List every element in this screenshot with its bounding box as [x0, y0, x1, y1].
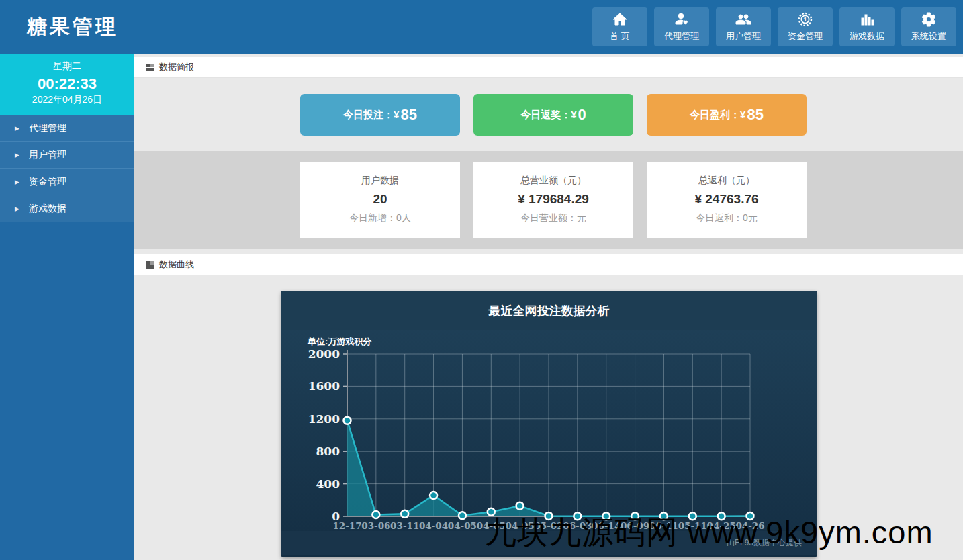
rebate-card: 总返利（元） ¥ 24763.76 今日返利：0元: [647, 162, 807, 238]
card-title: 总营业额（元）: [473, 175, 633, 187]
top-navbar: 糖果管理 首 页 代理管理 用户管理 1 资金管理 游戏数据: [0, 0, 963, 54]
svg-text:1: 1: [803, 15, 807, 23]
main-content: 数据简报 今日投注：¥ 85 今日返奖：¥ 0 今日盈利：¥ 85 用户数据 2…: [134, 54, 963, 560]
section-header-brief: 数据简报: [134, 57, 963, 78]
nav-funds-label: 资金管理: [788, 30, 823, 42]
clock-widget: 星期二 00:22:33 2022年04月26日: [0, 54, 134, 115]
chart-footer-text: 由EL93数据中心提供: [727, 537, 802, 549]
grid-icon: [146, 261, 154, 269]
svg-text:12-17: 12-17: [332, 520, 361, 531]
time-label: 00:22:33: [0, 75, 134, 93]
agent-icon: [674, 11, 690, 28]
user-data-card: 用户数据 20 今日新增：0人: [300, 162, 460, 238]
svg-text:04-05: 04-05: [506, 520, 535, 531]
svg-text:400: 400: [316, 477, 340, 491]
svg-text:06-03: 06-03: [563, 520, 592, 531]
card-subtext: 今日返利：0元: [647, 212, 807, 224]
app-title: 糖果管理: [27, 13, 118, 41]
svg-text:05-02: 05-02: [534, 520, 563, 531]
svg-text:05-11: 05-11: [678, 520, 707, 531]
chart-footer: 由EL93数据中心提供: [281, 531, 817, 555]
revenue-card: 总营业额（元） ¥ 179684.29 今日营业额：元: [473, 162, 633, 238]
users-icon: [735, 11, 751, 28]
today-payout-button[interactable]: 今日返奖：¥ 0: [473, 94, 633, 136]
card-subtext: 今日新增：0人: [300, 212, 460, 224]
svg-text:2000: 2000: [308, 347, 340, 361]
svg-text:800: 800: [316, 445, 340, 458]
sidebar-item-label: 资金管理: [29, 176, 66, 188]
caret-right-icon: ▶: [15, 125, 19, 132]
sidebar: 星期二 00:22:33 2022年04月26日 ▶ 代理管理 ▶ 用户管理 ▶…: [0, 54, 134, 560]
nav-users-label: 用户管理: [726, 30, 761, 42]
nav-funds-button[interactable]: 1 资金管理: [778, 7, 833, 46]
sidebar-item-funds[interactable]: ▶ 资金管理: [0, 169, 134, 195]
nav-settings-button[interactable]: 系统设置: [901, 7, 956, 46]
caret-right-icon: ▶: [15, 205, 19, 212]
svg-text:04-05: 04-05: [477, 520, 506, 531]
today-payout-label: 今日返奖：¥: [520, 109, 576, 122]
nav-home-label: 首 页: [610, 30, 630, 42]
caret-right-icon: ▶: [15, 152, 19, 158]
sidebar-item-label: 代理管理: [29, 122, 66, 134]
svg-text:06-09: 06-09: [621, 520, 649, 531]
card-title: 用户数据: [300, 175, 460, 187]
today-profit-value: 85: [747, 106, 763, 124]
weekday-label: 星期二: [0, 60, 134, 73]
chart-bars-icon: [859, 11, 875, 28]
nav-home-button[interactable]: 首 页: [592, 7, 647, 46]
section-title: 数据简报: [159, 61, 194, 73]
section-title: 数据曲线: [159, 259, 194, 271]
sidebar-item-label: 游戏数据: [29, 203, 66, 215]
funds-icon: 1: [797, 11, 813, 28]
grid-icon: [146, 64, 154, 71]
card-subtext: 今日营业额：元: [473, 212, 633, 224]
nav-agents-label: 代理管理: [664, 30, 699, 42]
card-value: ¥ 179684.29: [473, 192, 633, 207]
nav-agents-button[interactable]: 代理管理: [654, 7, 709, 46]
today-payout-value: 0: [578, 106, 586, 124]
home-icon: [612, 11, 628, 28]
svg-text:04-04: 04-04: [419, 520, 448, 531]
sidebar-item-label: 用户管理: [29, 149, 66, 161]
today-bets-label: 今日投注：¥: [343, 109, 399, 122]
section-header-curve: 数据曲线: [134, 254, 963, 275]
card-title: 总返利（元）: [647, 175, 807, 187]
svg-text:1200: 1200: [308, 412, 340, 426]
today-bets-button[interactable]: 今日投注：¥ 85: [300, 94, 460, 136]
nav-users-button[interactable]: 用户管理: [716, 7, 771, 46]
nav-gamedata-label: 游戏数据: [850, 30, 884, 42]
nav-settings-label: 系统设置: [911, 30, 946, 42]
svg-text:03-11: 03-11: [390, 520, 419, 531]
date-label: 2022年04月26日: [0, 94, 134, 106]
sidebar-item-users[interactable]: ▶ 用户管理: [0, 142, 134, 169]
svg-text:1600: 1600: [308, 379, 340, 393]
today-profit-label: 今日盈利：¥: [690, 109, 745, 122]
gear-icon: [921, 11, 937, 28]
today-profit-button[interactable]: 今日盈利：¥ 85: [647, 94, 807, 136]
today-bets-value: 85: [400, 106, 416, 124]
svg-text:06-11: 06-11: [649, 520, 678, 531]
svg-text:06-14: 06-14: [592, 520, 621, 531]
svg-text:04-26: 04-26: [735, 520, 764, 531]
card-value: 20: [300, 192, 460, 207]
nav-buttons: 首 页 代理管理 用户管理 1 资金管理 游戏数据 系统设置: [592, 7, 956, 46]
svg-text:04-25: 04-25: [707, 520, 736, 531]
sidebar-item-gamedata[interactable]: ▶ 游戏数据: [0, 195, 134, 222]
svg-text:03-06: 03-06: [361, 520, 390, 531]
caret-right-icon: ▶: [15, 179, 19, 185]
page: 糖果管理 首 页 代理管理 用户管理 1 资金管理 游戏数据: [0, 0, 963, 560]
nav-gamedata-button[interactable]: 游戏数据: [839, 7, 895, 46]
svg-text:04-05: 04-05: [448, 520, 477, 531]
bet-analysis-chart-panel: 最近全网投注数据分析 单位:万游戏积分 04008001200160020001…: [281, 291, 817, 557]
sidebar-item-agents[interactable]: ▶ 代理管理: [0, 115, 134, 142]
line-chart[interactable]: 040080012001600200012-1703-0603-1104-040…: [281, 291, 817, 531]
card-value: ¥ 24763.76: [647, 192, 807, 207]
